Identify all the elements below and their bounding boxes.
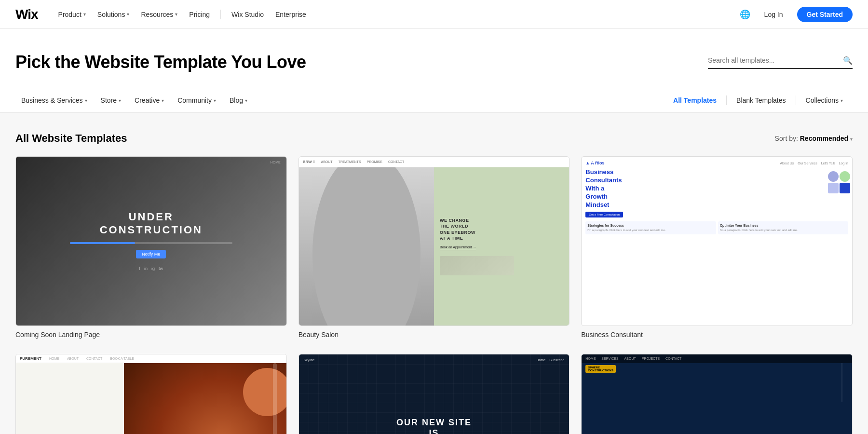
- template-thumbnail: HOME SERVICES ABOUT PROJECTS CONTACT SPH…: [581, 354, 853, 434]
- template-card[interactable]: HOME UNDERCONSTRUCTION Notify Me f in ig…: [15, 156, 287, 339]
- chevron-down-icon: ▾: [85, 98, 87, 103]
- thumb-shape-circle1: [828, 171, 839, 182]
- thumb-rest-nav: PUREMENT HOME ABOUT CONTACT BOOK A TABLE: [16, 354, 286, 363]
- get-started-button[interactable]: Get Started: [797, 7, 853, 22]
- thumb-nav2-items: Home Subscribe: [537, 358, 565, 362]
- thumb-biz-body: Business ConsultantsWith a Growth Mindse…: [585, 168, 848, 217]
- cat-nav-right: All Templates Blank Templates Collection…: [664, 94, 853, 107]
- thumb-nav3: PROMISE: [367, 160, 382, 163]
- hero-section: Pick the Website Template You Love 🔍: [0, 29, 868, 88]
- thumb-biz-left: Business ConsultantsWith a Growth Mindse…: [585, 168, 653, 217]
- nav-solutions[interactable]: Solutions ▾: [93, 8, 135, 21]
- cat-collections[interactable]: Collections ▾: [796, 94, 853, 107]
- thumb-biz-cards: Strategies for Success I'm a paragraph. …: [585, 221, 848, 234]
- thumb-biz-logo: ▲ A Rios: [585, 161, 604, 165]
- thumb-face-image: [299, 167, 434, 326]
- login-button[interactable]: Log In: [758, 7, 789, 22]
- thumb-glass-element: [273, 363, 277, 434]
- cat-blank-templates[interactable]: Blank Templates: [727, 94, 795, 107]
- thumb-progress-bar: [70, 242, 232, 244]
- chevron-down-icon: ▾: [245, 98, 247, 103]
- thumb-logo2: Skyline: [304, 358, 315, 362]
- wix-logo[interactable]: Wix: [15, 7, 38, 22]
- thumb-shape-circle2: [840, 171, 850, 182]
- template-card[interactable]: HOME SERVICES ABOUT PROJECTS CONTACT SPH…: [581, 354, 853, 434]
- thumb-crane: [841, 363, 842, 402]
- section-header: All Website Templates Sort by: Recommend…: [15, 132, 853, 145]
- thumb-nav2: TREATMENTS: [339, 160, 361, 163]
- thumb-deco-stripe: [440, 256, 514, 275]
- template-thumbnail: BRW ≡ ABOUT TREATMENTS PROMISE CONTACT W…: [298, 156, 570, 326]
- sort-by[interactable]: Sort by: Recommended ▾: [775, 135, 853, 142]
- thumb-biz-shapes: [828, 171, 850, 193]
- section-title: All Website Templates: [15, 132, 127, 145]
- thumb-nav4: CONTACT: [388, 160, 404, 163]
- nav-pricing[interactable]: Pricing: [184, 8, 215, 21]
- search-input[interactable]: [708, 56, 843, 64]
- thumb-rest-body: PUREMENT BRASSERIE& BAR: [16, 363, 286, 434]
- hero-title: Pick the Website Template You Love: [15, 52, 306, 72]
- thumb-mini-card2: Optimize Your Business I'm a paragraph. …: [718, 221, 848, 234]
- thumb-shape-sq2: [840, 183, 850, 193]
- thumb-rest-right: [124, 363, 286, 434]
- nav-links: Product ▾ Solutions ▾ Resources ▾ Pricin…: [54, 8, 740, 21]
- nav-resources[interactable]: Resources ▾: [136, 8, 182, 21]
- template-name: Business Consultant: [581, 331, 853, 339]
- search-box: 🔍: [708, 56, 853, 69]
- thumb-food-image: [124, 363, 286, 434]
- facebook-icon: f: [139, 266, 141, 271]
- thumb-biz-cta: Get a Free Consultation: [585, 212, 623, 217]
- nav-product[interactable]: Product ▾: [54, 8, 91, 21]
- cat-community[interactable]: Community ▾: [172, 94, 222, 107]
- thumb-biz-topbar: ▲ A Rios About Us Our Services Let's Tal…: [585, 161, 848, 165]
- template-card[interactable]: BRW ≡ ABOUT TREATMENTS PROMISE CONTACT W…: [298, 156, 570, 339]
- nav-wix-studio[interactable]: Wix Studio: [227, 8, 269, 21]
- cat-creative[interactable]: Creative ▾: [129, 94, 170, 107]
- thumb-shape-row2: [828, 183, 850, 193]
- thumb-nav1: ABOUT: [321, 160, 333, 163]
- thumb-bg-grid: [299, 354, 570, 434]
- template-name: Beauty Salon: [298, 331, 570, 339]
- nav-enterprise[interactable]: Enterprise: [271, 8, 311, 21]
- thumb-social-icons: f in ig tw: [139, 266, 163, 271]
- thumb-logo: BRW ≡: [303, 160, 315, 164]
- thumb-progress-fill: [70, 242, 135, 244]
- thumb-const-nav: HOME SERVICES ABOUT PROJECTS CONTACT: [582, 354, 852, 363]
- thumb-shape-row1: [828, 171, 850, 182]
- template-grid: HOME UNDERCONSTRUCTION Notify Me f in ig…: [15, 156, 853, 434]
- thumb-shape-sq1: [828, 183, 839, 193]
- template-thumbnail: Skyline Home Subscribe OUR NEW SITEISCOM…: [298, 354, 570, 434]
- thumb-mini-card1: Strategies for Success I'm a paragraph. …: [585, 221, 716, 234]
- thumb-sphere-badge: SPHERECONSTRUCTIONS: [585, 365, 615, 373]
- thumb-biz-headline: Business ConsultantsWith a Growth Mindse…: [585, 168, 623, 209]
- search-icon[interactable]: 🔍: [843, 56, 853, 65]
- thumb-rest-left: PUREMENT BRASSERIE& BAR: [16, 363, 124, 434]
- thumb-book-btn: Book an Appointment →: [440, 245, 476, 250]
- category-nav: Business & Services ▾ Store ▾ Creative ▾…: [0, 88, 868, 113]
- template-name: Coming Soon Landing Page: [15, 331, 287, 339]
- chevron-down-icon: ▾: [841, 98, 843, 103]
- nav-right: 🌐 Log In Get Started: [740, 7, 853, 22]
- thumb-eyebrow-text: WE CHANGETHE WORLDONE EYEBROWAT A TIME: [440, 217, 475, 242]
- thumb-face-circle: [312, 167, 420, 326]
- template-card[interactable]: PUREMENT HOME ABOUT CONTACT BOOK A TABLE…: [15, 354, 287, 434]
- cat-business-services[interactable]: Business & Services ▾: [15, 94, 93, 107]
- chevron-down-icon: ▾: [850, 136, 853, 142]
- template-card[interactable]: Skyline Home Subscribe OUR NEW SITEISCOM…: [298, 354, 570, 434]
- globe-icon[interactable]: 🌐: [740, 9, 750, 20]
- thumb-nav2: Skyline Home Subscribe: [299, 358, 570, 362]
- cat-all-templates[interactable]: All Templates: [664, 94, 726, 107]
- navbar: Wix Product ▾ Solutions ▾ Resources ▾ Pr…: [0, 0, 868, 29]
- cat-blog[interactable]: Blog ▾: [224, 94, 253, 107]
- cat-store[interactable]: Store ▾: [95, 94, 127, 107]
- chevron-down-icon: ▾: [83, 12, 86, 17]
- cat-nav-left: Business & Services ▾ Store ▾ Creative ▾…: [15, 94, 664, 107]
- chevron-down-icon: ▾: [119, 98, 121, 103]
- linkedin-icon: in: [144, 266, 148, 271]
- nav-divider: [220, 10, 221, 19]
- chevron-down-icon: ▾: [162, 98, 164, 103]
- thumb-text-area: WE CHANGETHE WORLDONE EYEBROWAT A TIME B…: [434, 167, 569, 326]
- template-thumbnail: PUREMENT HOME ABOUT CONTACT BOOK A TABLE…: [15, 354, 287, 434]
- chevron-down-icon: ▾: [214, 98, 216, 103]
- template-card[interactable]: ▲ A Rios About Us Our Services Let's Tal…: [581, 156, 853, 339]
